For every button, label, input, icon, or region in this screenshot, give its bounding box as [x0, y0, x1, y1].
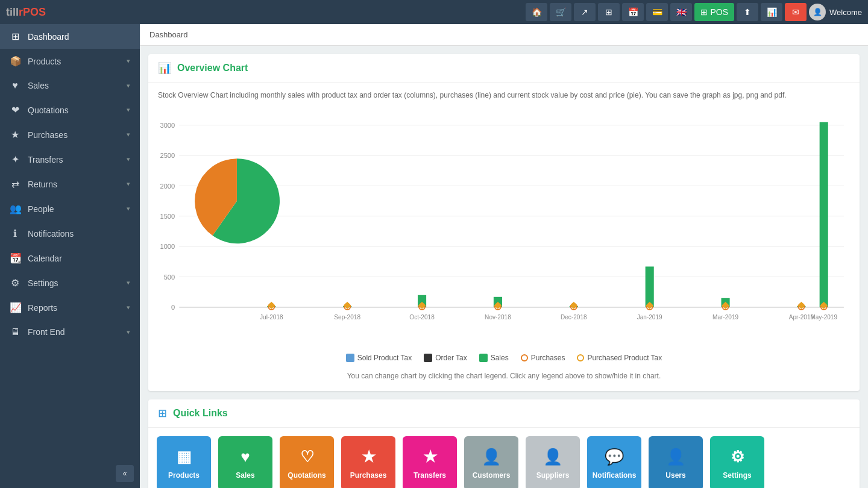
sidebar-label-products: Products	[28, 57, 61, 66]
main-content: Dashboard 📊 Overview Chart Stock Overvie…	[140, 24, 868, 488]
legend-sold-product-tax[interactable]: Sold Product Tax	[346, 354, 412, 362]
svg-text:Dec-2018: Dec-2018	[561, 314, 587, 321]
sidebar-label-frontend: Front End	[28, 327, 64, 337]
pos-icon: ⊞	[700, 7, 708, 17]
suppliers-ql-icon: 👤	[543, 448, 562, 466]
svg-text:2000: 2000	[160, 183, 175, 190]
quick-link-products[interactable]: ▦ Products	[157, 436, 211, 488]
reports-icon: 📈	[10, 302, 20, 313]
transfers-ql-icon: ★	[423, 448, 437, 466]
welcome-text: Welcome	[829, 8, 862, 17]
legend-swatch-sales	[479, 354, 488, 362]
quick-links-header: ⊞ Quick Links	[148, 399, 860, 428]
sidebar-label-returns: Returns	[28, 180, 57, 189]
quick-link-quotations[interactable]: ♡ Quotations	[280, 436, 334, 488]
chart-legend: Sold Product Tax Order Tax Sales Pu	[158, 349, 850, 367]
svg-text:Oct-2018: Oct-2018	[409, 314, 435, 321]
calendar-nav-button[interactable]: 📅	[622, 3, 644, 21]
quick-link-users[interactable]: 👤 Users	[649, 436, 703, 488]
report-nav-button[interactable]: 📊	[761, 3, 782, 21]
credit-nav-button[interactable]: 💳	[646, 3, 668, 21]
svg-text:2500: 2500	[160, 152, 175, 159]
overview-chart-header: 📊 Overview Chart	[148, 54, 860, 83]
sidebar-label-notifications: Notifications	[28, 229, 74, 239]
sales-icon: ♥	[10, 80, 20, 91]
bar-chart-icon: 📊	[158, 61, 171, 75]
products-ql-icon: ▦	[177, 448, 192, 466]
chevron-down-icon: ▾	[127, 205, 130, 213]
mail-nav-button[interactable]: ✉	[785, 3, 807, 21]
svg-text:Sep-2018: Sep-2018	[334, 314, 360, 321]
notifications-ql-label: Notifications	[593, 471, 637, 480]
users-ql-label: Users	[665, 471, 685, 480]
sidebar-item-returns[interactable]: ⇄ Returns ▾	[0, 172, 140, 196]
legend-swatch-purchases	[521, 354, 528, 361]
svg-text:Mar-2019: Mar-2019	[712, 314, 738, 321]
sidebar-item-sales[interactable]: ♥ Sales ▾	[0, 74, 140, 98]
home-nav-button[interactable]: 🏠	[526, 3, 547, 21]
chevron-down-icon: ▾	[127, 57, 130, 65]
quick-link-settings[interactable]: ⚙ Settings	[710, 436, 764, 488]
svg-text:Jan-2019: Jan-2019	[637, 314, 662, 321]
purchases-icon: ★	[10, 129, 20, 140]
quick-link-suppliers[interactable]: 👤 Suppliers	[526, 436, 580, 488]
sidebar-item-calendar[interactable]: 📆 Calendar	[0, 246, 140, 271]
legend-sales[interactable]: Sales	[479, 354, 509, 362]
share-nav-button[interactable]: ↗	[574, 3, 596, 21]
quick-link-transfers[interactable]: ★ Transfers	[403, 436, 457, 488]
quick-link-notifications[interactable]: 💬 Notifications	[587, 436, 641, 488]
user-welcome: 👤 Welcome	[809, 4, 862, 20]
quick-link-sales[interactable]: ♥ Sales	[218, 436, 272, 488]
calendar-icon: 📆	[10, 252, 20, 264]
sales-ql-icon: ♥	[241, 448, 250, 466]
export-nav-button[interactable]: ⬆	[737, 3, 758, 21]
sidebar-item-dashboard[interactable]: ⊞ Dashboard	[0, 24, 140, 49]
sidebar-item-quotations[interactable]: ❤ Quotations ▾	[0, 98, 140, 122]
pos-button[interactable]: ⊞ POS	[694, 3, 734, 21]
cart-nav-button[interactable]: 🛒	[550, 3, 571, 21]
sidebar-item-products[interactable]: 📦 Products ▾	[0, 49, 140, 74]
quick-link-customers[interactable]: 👤 Customers	[464, 436, 518, 488]
main-layout: ⊞ Dashboard 📦 Products ▾ ♥ Sales ▾ ❤ Quo…	[0, 24, 868, 488]
svg-rect-23	[820, 122, 828, 307]
settings-icon: ⚙	[10, 277, 20, 289]
sidebar-item-settings[interactable]: ⚙ Settings ▾	[0, 271, 140, 295]
sidebar-item-people[interactable]: 👥 People ▾	[0, 196, 140, 221]
chart-container: 3000 2500 2000 1500 1000 500 0	[158, 108, 850, 349]
chart-hint: You can change chart by clicking the cha…	[158, 367, 850, 383]
breadcrumb-text: Dashboard	[149, 30, 188, 39]
transfers-icon: ✦	[10, 154, 20, 165]
quick-link-purchases[interactable]: ★ Purchases	[341, 436, 395, 488]
suppliers-ql-label: Suppliers	[536, 471, 570, 480]
sidebar-label-sales: Sales	[28, 81, 49, 90]
quotations-ql-icon: ♡	[300, 448, 314, 466]
settings-ql-icon: ⚙	[731, 448, 744, 466]
sidebar: ⊞ Dashboard 📦 Products ▾ ♥ Sales ▾ ❤ Quo…	[0, 24, 140, 488]
sidebar-item-frontend[interactable]: 🖥 Front End ▾	[0, 320, 140, 344]
legend-purchased-product-tax[interactable]: Purchased Product Tax	[577, 354, 662, 362]
overview-chart-card: 📊 Overview Chart Stock Overview Chart in…	[148, 54, 860, 391]
overview-chart-title: Overview Chart	[177, 63, 248, 74]
sidebar-item-transfers[interactable]: ✦ Transfers ▾	[0, 147, 140, 172]
legend-order-tax[interactable]: Order Tax	[424, 354, 467, 362]
sidebar-item-notifications[interactable]: ℹ Notifications	[0, 221, 140, 246]
sidebar-collapse-button[interactable]: «	[116, 465, 134, 482]
sidebar-item-purchases[interactable]: ★ Purchases ▾	[0, 122, 140, 147]
users-ql-icon: 👤	[666, 448, 685, 466]
sidebar-item-reports[interactable]: 📈 Reports ▾	[0, 295, 140, 320]
chevron-down-icon: ▾	[127, 106, 130, 114]
flag-nav-button[interactable]: 🇬🇧	[670, 3, 692, 21]
svg-rect-20	[646, 266, 654, 307]
returns-icon: ⇄	[10, 178, 20, 190]
chevron-down-icon: ▾	[127, 304, 130, 311]
transfers-ql-label: Transfers	[414, 471, 446, 480]
customers-ql-icon: 👤	[482, 448, 501, 466]
svg-text:Nov-2018: Nov-2018	[485, 314, 511, 321]
legend-swatch-order-tax	[424, 354, 432, 362]
customers-ql-label: Customers	[473, 471, 511, 480]
top-nav-icons: 🏠 🛒 ↗ ⊞ 📅 💳 🇬🇧 ⊞ POS ⬆ 📊 ✉ 👤 Welcome	[526, 3, 862, 21]
sidebar-label-transfers: Transfers	[28, 155, 63, 164]
table-nav-button[interactable]: ⊞	[598, 3, 620, 21]
products-ql-label: Products	[168, 471, 200, 480]
legend-purchases[interactable]: Purchases	[521, 354, 565, 362]
